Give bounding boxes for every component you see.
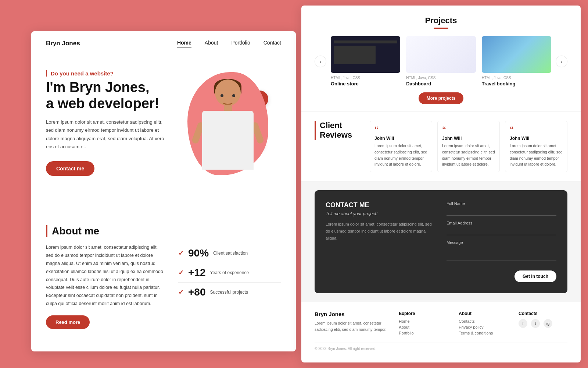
review-quote-1: “ [442, 125, 495, 134]
reviews-title: ClientReviews [315, 121, 362, 140]
stat-item-2: ✓ +80 Successful projects [178, 283, 281, 302]
hero-section: Do you need a website? I'm Bryn Jones, a… [31, 56, 296, 214]
nav-item-home[interactable]: Home [177, 39, 191, 47]
review-author-0: John Will [374, 136, 427, 141]
input-email[interactable] [447, 227, 556, 235]
left-panel: Bryn Jones Home About Portfolio Contact … [31, 31, 296, 351]
footer-col-explore-title: Explore [399, 311, 448, 316]
project-name-2: Travel booking [482, 81, 551, 86]
nav-item-about[interactable]: About [205, 39, 218, 47]
contact-subtitle: Tell me about your project! [326, 211, 435, 216]
form-field-message: Message [447, 240, 556, 262]
footer-link-about[interactable]: About [399, 325, 448, 329]
review-quote-0: “ [374, 125, 427, 134]
review-text-1: Lorem ipsum dolor sit amet, consetetur s… [442, 143, 495, 167]
hero-illustration: </> ☰ {} [180, 61, 276, 197]
footer-brand: Bryn Jones Lorem ipsum dolor sit amet, c… [315, 311, 388, 337]
about-section: About me Lorem ipsum dolor sit amet, con… [31, 214, 296, 336]
project-tag-2: HTML, Java, CSS [482, 76, 551, 80]
more-projects-button[interactable]: More projects [419, 92, 464, 104]
about-title: About me [46, 225, 281, 237]
contact-title: CONTACT ME [326, 201, 435, 209]
nav-link-about[interactable]: About [205, 40, 218, 46]
carousel-prev-button[interactable]: ‹ [315, 56, 326, 67]
nav-links: Home About Portfolio Contact [177, 39, 281, 47]
nav-item-contact[interactable]: Contact [263, 39, 281, 47]
stat-label-2: Successful projects [210, 290, 248, 295]
footer-col-explore: Explore Home About Portfolio [399, 311, 448, 337]
stat-value-0: 90% [188, 247, 209, 259]
label-message: Message [447, 240, 556, 245]
nav-link-portfolio[interactable]: Portfolio [231, 40, 250, 46]
footer-col-about-title: About [459, 311, 508, 316]
project-tag-1: HTML, Java, CSS [406, 76, 476, 80]
project-name-0: Online store [331, 81, 400, 86]
project-name-1: Dashboard [406, 81, 476, 86]
title-underline [434, 28, 448, 29]
review-text-0: Lorem ipsum dolor sit amet, consetetur s… [374, 143, 427, 167]
get-in-touch-button[interactable]: Get in touch [514, 270, 556, 282]
footer-brand-desc: Lorem ipsum dolor sit amet, consetetur s… [315, 320, 388, 333]
stat-item-0: ✓ 90% Client satisfaction [178, 244, 281, 263]
reviews-section: ClientReviews “ John Will Lorem ipsum do… [301, 112, 581, 181]
about-content: Lorem ipsum dolor sit amet, consectetur … [46, 244, 281, 308]
footer-link-contacts[interactable]: Contacts [459, 319, 508, 323]
projects-section: Projects ‹ HTML, Java, CSS Online store … [301, 6, 581, 112]
review-author-1: John Will [442, 136, 495, 141]
footer-link-terms[interactable]: Terms & conditions [459, 331, 508, 335]
person-photo [184, 72, 272, 197]
stats-container: ✓ 90% Client satisfaction ✓ +12 Years of… [178, 244, 281, 308]
projects-carousel: ‹ HTML, Java, CSS Online store HTML, Jav… [315, 36, 567, 86]
contact-box: CONTACT ME Tell me about your project! L… [315, 190, 567, 293]
input-message[interactable] [447, 246, 556, 261]
footer-col-contacts: Contacts f t ig [519, 311, 567, 337]
social-facebook-icon[interactable]: f [519, 319, 527, 328]
hero-title-line1: I'm Bryn Jones, [46, 79, 149, 95]
project-card-2: HTML, Java, CSS Travel booking [482, 36, 551, 86]
review-card-1: “ John Will Lorem ipsum dolor sit amet, … [437, 121, 500, 172]
review-card-0: “ John Will Lorem ipsum dolor sit amet, … [370, 121, 432, 172]
label-email: Email Address [447, 221, 556, 225]
eye-right [232, 94, 235, 97]
stat-label-0: Client satisfaction [213, 251, 248, 256]
footer-col-contacts-title: Contacts [519, 311, 567, 316]
project-card-1: HTML, Java, CSS Dashboard [406, 36, 476, 86]
social-twitter-icon[interactable]: t [531, 319, 540, 328]
project-tag-0: HTML, Java, CSS [331, 76, 400, 80]
social-instagram-icon[interactable]: ig [544, 319, 552, 328]
contact-description: Lorem ipsum dolor sit amet, consectetur … [326, 221, 435, 241]
project-screen-2 [482, 36, 551, 73]
footer-col-about: About Contacts Privacy policy Terms & co… [459, 311, 508, 337]
footer-social: f t ig [519, 319, 567, 328]
reviews-heading: ClientReviews [315, 121, 362, 172]
read-more-button[interactable]: Read more [46, 315, 90, 329]
footer-top: Bryn Jones Lorem ipsum dolor sit amet, c… [315, 311, 567, 337]
nav-item-portfolio[interactable]: Portfolio [231, 39, 250, 47]
stat-value-1: +12 [188, 267, 206, 279]
head [215, 79, 241, 106]
stat-check-1: ✓ [178, 269, 184, 277]
review-card-2: “ John Will Lorem ipsum dolor sit amet, … [505, 121, 567, 172]
contact-left: CONTACT ME Tell me about your project! L… [326, 201, 435, 282]
projects-title: Projects [315, 16, 567, 25]
input-fullname[interactable] [447, 207, 556, 216]
carousel-next-button[interactable]: › [556, 56, 567, 67]
hero-title-line2: a web developer! [46, 96, 159, 111]
review-cards: “ John Will Lorem ipsum dolor sit amet, … [370, 121, 567, 172]
footer-link-home[interactable]: Home [399, 319, 448, 323]
footer-link-portfolio[interactable]: Portfolio [399, 331, 448, 335]
nav-link-home[interactable]: Home [177, 40, 191, 46]
project-thumb-1 [406, 36, 476, 73]
project-card-0: HTML, Java, CSS Online store [331, 36, 400, 86]
label-fullname: Full Name [447, 201, 556, 206]
project-cards: HTML, Java, CSS Online store HTML, Java,… [326, 36, 556, 86]
project-thumb-2 [482, 36, 551, 73]
footer-link-privacy[interactable]: Privacy policy [459, 325, 508, 329]
project-screen-1 [406, 36, 476, 73]
eye-left [220, 94, 223, 97]
project-screen-0 [331, 36, 400, 73]
footer-copyright: © 2023 Bryn Jones. All right reserved. [315, 343, 567, 351]
nav-link-contact[interactable]: Contact [263, 40, 281, 46]
footer: Bryn Jones Lorem ipsum dolor sit amet, c… [301, 302, 581, 357]
contact-me-button[interactable]: Contact me [46, 161, 94, 176]
